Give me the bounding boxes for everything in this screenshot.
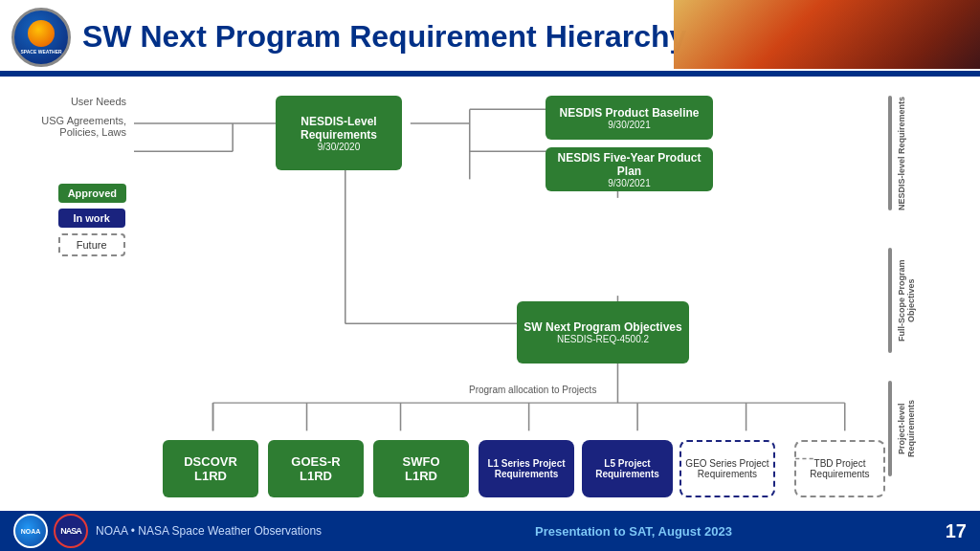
nesdis-five-year-box: NESDIS Five-Year Product Plan 9/30/2021 [546, 147, 713, 191]
diagram-area: NESDIS-Level Requirements 9/30/2020 NESD… [134, 86, 884, 515]
geo-series-box: GEO Series Project Requirements [679, 440, 775, 497]
nesdis-level-req-title: NESDIS-Level Requirements [276, 115, 402, 142]
nesdis-level-req-date: 9/30/2020 [318, 142, 361, 152]
geo-series-title: GEO Series Project Requirements [685, 458, 769, 479]
dscovr-title: DSCOVRL1RD [184, 454, 237, 483]
bracket-line-nesdis [888, 96, 892, 210]
swfo-box: SWFOL1RD [373, 440, 469, 497]
left-labels: User Needs USG Agreements, Policies, Law… [10, 86, 134, 515]
nasa-footer-logo: NASA [54, 514, 88, 548]
legend-approved: Approved [58, 184, 126, 203]
footer-logos: NOAA NASA [13, 514, 88, 548]
footer-page-num: 17 [946, 520, 967, 542]
noaa-header-logo: SPACE WEATHER [11, 8, 71, 67]
nesdis-level-label: NESDIS-level Requirements [897, 96, 906, 210]
nesdis-five-year-date: 9/30/2021 [608, 178, 651, 188]
nesdis-product-baseline-box: NESDIS Product Baseline 9/30/2021 [546, 96, 713, 140]
goes-r-box: GOES-RL1RD [268, 440, 364, 497]
main-content: User Needs USG Agreements, Policies, Law… [0, 77, 980, 518]
right-labels: NESDIS-level Requirements Full-Scope Pro… [884, 86, 970, 515]
bracket-line-projectlevel [888, 381, 892, 476]
tbd-project-title: TBD Project Requirements [800, 458, 880, 479]
nesdis-product-baseline-title: NESDIS Product Baseline [559, 106, 699, 120]
l5-project-title: L5 Project Requirements [582, 458, 673, 479]
footer-left: NOAA NASA NOAA • NASA Space Weather Obse… [13, 514, 322, 548]
full-scope-label: Full-Scope Program Objectives [897, 248, 916, 353]
sw-next-objectives-sub: NESDIS-REQ-4500.2 [557, 334, 649, 344]
legend-inwork: In work [58, 209, 125, 228]
right-bracket-nesdis: NESDIS-level Requirements [888, 96, 970, 210]
program-alloc-label: Program allocation to Projects [469, 385, 596, 395]
footer: NOAA NASA NOAA • NASA Space Weather Obse… [0, 511, 980, 551]
footer-org: NOAA • NASA Space Weather Observations [96, 524, 322, 538]
swfo-title: SWFOL1RD [403, 454, 440, 483]
dscovr-box: DSCOVRL1RD [163, 440, 258, 497]
page-title: SW Next Program Requirement Hierarchy [82, 20, 686, 54]
legend: Approved In work Future [58, 184, 126, 256]
l5-project-box: L5 Project Requirements [582, 440, 673, 497]
usg-label: USG Agreements, Policies, Laws [10, 115, 126, 138]
right-bracket-fullscope: Full-Scope Program Objectives [888, 248, 970, 353]
footer-presentation: Presentation to SAT, August 2023 [535, 524, 732, 539]
project-level-label: Project-level Requirements [897, 381, 916, 476]
bracket-line-fullscope [888, 248, 892, 353]
header-image [674, 0, 980, 69]
user-needs-label: User Needs [71, 96, 126, 107]
nesdis-five-year-title: NESDIS Five-Year Product Plan [546, 151, 713, 178]
noaa-footer-logo: NOAA [13, 514, 48, 548]
sw-next-objectives-box: SW Next Program Objectives NESDIS-REQ-45… [517, 301, 689, 364]
l1-series-box: L1 Series Project Requirements [479, 440, 574, 497]
right-bracket-projectlevel: Project-level Requirements [888, 381, 970, 476]
l1-series-title: L1 Series Project Requirements [479, 458, 574, 479]
goes-r-title: GOES-RL1RD [291, 454, 340, 483]
nesdis-product-baseline-date: 9/30/2021 [608, 120, 651, 130]
nesdis-level-req-box: NESDIS-Level Requirements 9/30/2020 [276, 96, 402, 170]
tbd-project-box: TBD Project Requirements [794, 440, 885, 497]
legend-future: Future [58, 233, 125, 256]
sw-next-objectives-title: SW Next Program Objectives [523, 320, 681, 334]
